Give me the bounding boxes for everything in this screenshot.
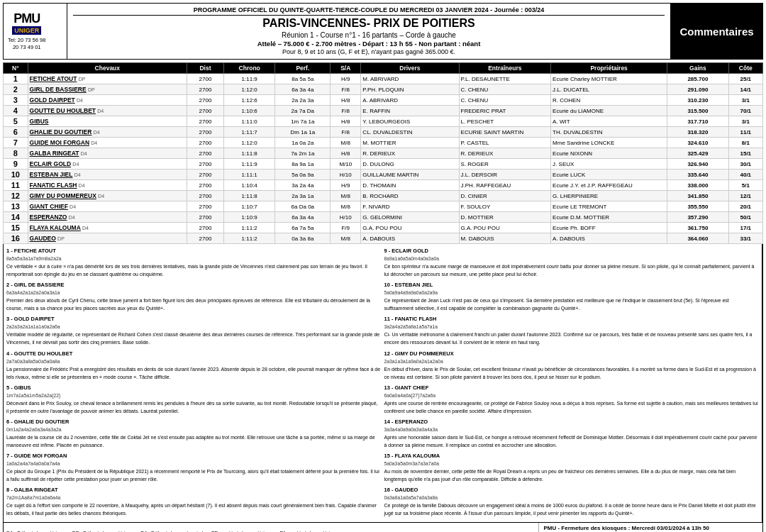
horse-name: ECLAIR GOLD — [30, 160, 72, 167]
row-sa: F/8 — [331, 106, 361, 116]
row-entraineur: S. ROGER — [459, 159, 551, 170]
commentary-title: 13 - GIANT CHIEF — [384, 384, 429, 391]
row-proprio: Ecurie Ph. BOFF — [551, 223, 667, 233]
commentary-text: Lauréate de la course clé du 2 novembre,… — [6, 435, 375, 448]
commentary-title: 15 - FLAYA KALOUMA — [384, 453, 440, 459]
commentary-item: 7 - GUIDE MOI FORGAN 1a0a2a4a7a4a0a0a7a4… — [6, 451, 382, 482]
row-cote: 40/1 — [728, 170, 762, 180]
row-horse: GAUDEO DP — [28, 233, 187, 244]
row-gains: 326.940 — [667, 159, 728, 170]
horse-name: GIANT CHIEF — [30, 203, 68, 210]
row-perf: 0a 3a 8a — [275, 233, 331, 244]
commentary-text: Ce placé du Groupe 1 (Prix du Président … — [6, 469, 379, 482]
horse-sub: D4 — [82, 226, 89, 231]
horse-sub: DP — [88, 87, 95, 92]
row-chrono: 1:11:9 — [223, 159, 275, 170]
table-row: 6 GHALIE DU GOUTIER D4 2700 1:11:7 Dm 1a… — [4, 127, 763, 138]
row-chrono: 1:11:2 — [223, 223, 275, 233]
row-num: 3 — [4, 95, 28, 106]
row-sa: M/10 — [331, 159, 361, 170]
row-proprio: Ecurie D.M. MOTTIER — [551, 212, 667, 223]
row-dist: 2700 — [187, 191, 224, 201]
row-cote: 5/1 — [728, 180, 762, 191]
row-proprio: Ecurie LUCK — [551, 170, 667, 180]
commentary-text: Ce représentant de Jean Luck n'est pas d… — [384, 298, 729, 311]
row-gains: 285.700 — [667, 74, 728, 84]
row-chrono: 1:11:0 — [223, 116, 275, 127]
horse-name: GIMY DU POMMEREUX — [30, 192, 96, 199]
row-chrono: 1:12:0 — [223, 84, 275, 95]
commentary-title: 14 - ESPERANZO — [384, 419, 428, 425]
footer-pmu: PMU - Fermeture des kiosques : Mercredi … — [539, 523, 762, 533]
table-row: 3 GOLD DAIRPET D4 2700 1:12:6 2a 2a 3a H… — [4, 95, 763, 106]
row-chrono: 1:12:6 — [223, 95, 275, 106]
row-cote: 33/1 — [728, 233, 762, 244]
row-driver: G.A. POU POU — [361, 223, 459, 233]
row-dist: 2700 — [187, 138, 224, 148]
commentary-code: 5a0a3a5a0m3a7a3a7a0a — [384, 461, 439, 466]
row-cote: 3/1 — [728, 116, 762, 127]
commentary-text: Ce protégé de la famille Dabouis découvr… — [384, 503, 756, 516]
row-num: 15 — [4, 223, 28, 233]
table-row: 15 FLAYA KALOUMA D4 2700 1:11:2 6a 7a 5a… — [4, 223, 763, 233]
row-cote: 30/1 — [728, 159, 762, 170]
commentary-code: 6a3a4a2a1a2a2a0a3a1a — [6, 290, 60, 295]
table-row: 12 GIMY DU POMMEREUX D4 2700 1:11:8 2a 3… — [4, 191, 763, 201]
row-driver: G. GELORMINI — [361, 212, 459, 223]
row-num: 11 — [4, 180, 28, 191]
row-horse: FANATIC FLASH D4 — [28, 180, 187, 191]
row-gains: 318.320 — [667, 127, 728, 138]
row-entraineur: J.PH. RAFFEGEAU — [459, 180, 551, 191]
row-dist: 2700 — [187, 116, 224, 127]
row-driver: B. ROCHARD — [361, 191, 459, 201]
row-driver: D. DULONG — [361, 159, 459, 170]
row-perf: 5a 0a 9a — [275, 170, 331, 180]
commentary-item: 2 - GIRL DE BASSIERE 6a3a4a2a1a2a2a0a3a1… — [6, 280, 382, 311]
commentary-code: 1a0a2a4a7a4a0a0a7a4a — [6, 461, 60, 466]
commentary-item: 11 - FANATIC FLASH 3a2a4a2a5a8a1a5a7a1a … — [384, 314, 760, 345]
horse-name: GAUDEO — [30, 235, 56, 242]
row-horse: GHALIE DU GOUTIER D4 — [28, 127, 187, 138]
legend-area: DA : Déferré des antérieurs ;DP : Déferr… — [4, 523, 539, 533]
pmu-footer-line1: PMU - Fermeture des kiosques : Mercredi … — [543, 524, 758, 533]
commentary-code: 3a3a4a0a9a0a3a0a4a3a — [384, 427, 438, 432]
horse-name: GOUTTE DU HOULBET — [30, 107, 96, 114]
row-dist: 2700 — [187, 180, 224, 191]
commentary-title: 11 - FANATIC FLASH — [384, 316, 437, 322]
horse-name: FANATIC FLASH — [30, 182, 77, 189]
table-row: 11 FANATIC FLASH D4 2700 1:10:4 3a 2a 4a… — [4, 180, 763, 191]
commentary-text: Après une honorable saison dans le Sud-E… — [384, 435, 757, 448]
row-horse: ESPERANZO D4 — [28, 212, 187, 223]
row-num: 14 — [4, 212, 28, 223]
commentaires-label: Commentaires — [670, 4, 762, 59]
row-num: 6 — [4, 127, 28, 138]
row-entraineur: L. PESCHET — [459, 116, 551, 127]
table-row: 8 GALBA RINGEAT D4 2700 1:11:8 7a 2m 1a … — [4, 148, 763, 159]
row-driver: M. MOTTIER — [361, 138, 459, 148]
commentary-item: 4 - GOUTTE DU HOULBET 2a7a0a3a8a5a0a5a0a… — [6, 349, 382, 380]
table-row: 14 ESPERANZO D4 2700 1:10:9 6a 3a 4a H/1… — [4, 212, 763, 223]
row-cote: 25/1 — [728, 74, 762, 84]
row-cote: 17/1 — [728, 223, 762, 233]
row-horse: ESTEBAN JIEL D4 — [28, 170, 187, 180]
row-chrono: 1:11:8 — [223, 148, 275, 159]
th-perf: Perf. — [275, 63, 331, 74]
horse-sub: D4 — [79, 183, 85, 188]
row-sa: F/8 — [331, 127, 361, 138]
row-chrono: 1:12:0 — [223, 138, 275, 148]
row-num: 7 — [4, 138, 28, 148]
table-row: 16 GAUDEO DP 2700 1:11:2 0a 3a 8a M/8 A.… — [4, 233, 763, 244]
row-perf: 1a 0a 2a — [275, 138, 331, 148]
row-cote: 70/1 — [728, 106, 762, 116]
table-row: 2 GIRL DE BASSIERE DP 2700 1:12:0 6a 3a … — [4, 84, 763, 95]
row-gains: 325.429 — [667, 148, 728, 159]
row-driver: GUILLAUME MARTIN — [361, 170, 459, 180]
row-gains: 310.230 — [667, 95, 728, 106]
row-driver: R. DERIEUX — [361, 148, 459, 159]
row-driver: A. DABOUIS — [361, 233, 459, 244]
table-row: 5 GIBUS 2700 1:11:0 1m 7a 1a H/8 Y. LEBO… — [4, 116, 763, 127]
commentary-code: 6a0a0a4a0a{27}7a2a6a — [384, 393, 436, 398]
horse-sub: DP — [57, 236, 65, 241]
row-entraineur: M. DABOUIS — [459, 233, 551, 244]
row-num: 1 — [4, 74, 28, 84]
